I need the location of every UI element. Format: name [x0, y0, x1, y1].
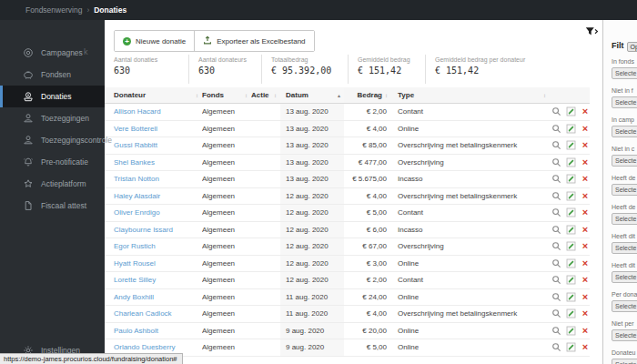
donor-link[interactable]: Oliver Enrdigo [114, 208, 160, 217]
delete-icon[interactable]: × [581, 207, 590, 217]
edit-icon[interactable] [566, 292, 576, 302]
new-donation-button[interactable]: + Nieuwe donatie [115, 31, 194, 51]
delete-icon[interactable]: × [581, 225, 590, 235]
view-icon[interactable] [551, 225, 561, 235]
column-header-donateur[interactable]: Donateur↕ [105, 87, 202, 103]
breadcrumb-root[interactable]: Fondsenwerving [25, 5, 82, 15]
filter-select[interactable]: Selecte [612, 300, 637, 312]
sidebar-item-toezeggingen[interactable]: Toezeggingen [0, 107, 105, 129]
donor-link[interactable]: Egor Rustich [114, 242, 156, 250]
view-icon[interactable] [551, 326, 561, 336]
column-header-type[interactable]: Type↕ [391, 87, 550, 103]
filter-select[interactable]: Selecte [612, 359, 637, 364]
sidebar-item-actieplatform[interactable]: Actieplatform [0, 173, 105, 195]
delete-icon[interactable]: × [581, 241, 590, 251]
view-icon[interactable] [551, 241, 561, 251]
donor-link[interactable]: Hyatt Rousel [114, 259, 156, 268]
delete-icon[interactable]: × [581, 191, 590, 201]
filter-select[interactable]: Selecte [612, 96, 637, 108]
donor-link[interactable]: Shel Bankes [114, 158, 155, 167]
edit-icon[interactable] [566, 106, 576, 116]
edit-icon[interactable] [566, 157, 576, 167]
edit-icon[interactable] [566, 207, 576, 217]
view-icon[interactable] [551, 275, 561, 285]
type-cell: Online [391, 256, 550, 272]
view-icon[interactable] [551, 191, 561, 201]
saved-filters-button[interactable]: Ope [627, 42, 637, 52]
sidebar-item-donaties[interactable]: Donaties [0, 86, 105, 107]
edit-icon[interactable] [566, 326, 576, 336]
edit-icon[interactable] [566, 308, 576, 318]
view-icon[interactable] [551, 308, 561, 318]
filter-collapse-toggle[interactable] [585, 25, 599, 35]
filter-select[interactable]: Selecte [612, 242, 637, 254]
edit-icon[interactable] [566, 342, 576, 352]
delete-icon[interactable]: × [581, 275, 590, 285]
row-actions: × [550, 256, 590, 272]
delete-icon[interactable]: × [581, 258, 590, 268]
filter-field: In fondsSelecte [612, 58, 637, 79]
view-icon[interactable] [551, 292, 561, 302]
action-cell [251, 339, 280, 356]
column-header-bedrag[interactable]: Bedrag↕ [344, 87, 391, 103]
edit-icon[interactable] [566, 124, 576, 134]
view-icon[interactable] [551, 342, 561, 352]
filter-select[interactable]: Selecte [612, 329, 637, 341]
fund-cell: Algemeen [202, 137, 251, 154]
filter-select[interactable]: Selecte [612, 126, 637, 137]
sidebar-item-toezeggingscontrole[interactable]: Toezeggingscontrole [0, 129, 105, 151]
export-excel-button[interactable]: Exporteer als Excelbestand [194, 31, 313, 51]
donor-link[interactable]: Vere Botterell [114, 125, 157, 133]
delete-icon[interactable]: × [581, 174, 590, 184]
edit-icon[interactable] [566, 191, 576, 201]
sidebar-item-pre-notificatie[interactable]: Pre-notificatie [0, 151, 105, 173]
donor-link[interactable]: Charlean Cadlock [114, 309, 172, 318]
view-icon[interactable] [551, 174, 561, 184]
donor-link[interactable]: Haley Alasdair [114, 192, 160, 200]
sidebar-item-fondsen[interactable]: Fondsen [0, 64, 105, 86]
sidebar: k CampagnesFondsenDonatiesToezeggingenTo… [0, 20, 105, 364]
delete-icon[interactable]: × [581, 308, 590, 318]
filter-select[interactable]: Selecte [612, 271, 637, 283]
donor-link[interactable]: Allison Hacard [114, 107, 161, 116]
edit-icon[interactable] [566, 258, 576, 268]
delete-icon[interactable]: × [581, 124, 590, 134]
stat-value: 630 [114, 66, 179, 76]
edit-icon[interactable] [566, 140, 576, 150]
filter-select[interactable]: Selecte [612, 67, 637, 79]
column-header-fonds[interactable]: Fonds↕ [202, 87, 251, 103]
view-icon[interactable] [551, 207, 561, 217]
donor-link[interactable]: Paulo Ashbolt [114, 327, 158, 335]
edit-icon[interactable] [566, 225, 576, 235]
sidebar-item-fiscaal-attest[interactable]: Fiscaal attest [0, 195, 105, 217]
edit-icon[interactable] [566, 174, 576, 184]
delete-icon[interactable]: × [581, 342, 590, 352]
donor-link[interactable]: Gussi Rabbitt [114, 141, 157, 149]
filter-select[interactable]: Selecte [612, 184, 637, 196]
donor-link[interactable]: Andy Boxhill [114, 293, 154, 301]
table-row: Egor RustichAlgemeen12 aug. 2020€ 67,00O… [105, 238, 590, 256]
filter-field-label: Niet per [612, 320, 637, 327]
action-cell [251, 121, 280, 137]
view-icon[interactable] [551, 258, 561, 268]
delete-icon[interactable]: × [581, 140, 590, 150]
view-icon[interactable] [551, 140, 561, 150]
column-header-datum[interactable]: Datum▴ [280, 87, 344, 103]
donor-link[interactable]: Orlando Duesberry [114, 343, 176, 351]
view-icon[interactable] [551, 157, 561, 167]
donor-link[interactable]: Lorette Silley [114, 276, 156, 284]
view-icon[interactable] [551, 106, 561, 116]
filter-select[interactable]: Selecte [612, 155, 637, 167]
donor-link[interactable]: Tristan Notton [114, 175, 159, 183]
delete-icon[interactable]: × [581, 106, 590, 116]
edit-icon[interactable] [566, 241, 576, 251]
filter-select[interactable]: Selecte [612, 213, 637, 225]
delete-icon[interactable]: × [581, 326, 590, 336]
edit-icon[interactable] [566, 275, 576, 285]
donor-link[interactable]: Claybourne Issard [114, 226, 173, 234]
sidebar-item-campagnes[interactable]: Campagnes [0, 42, 105, 64]
delete-icon[interactable]: × [581, 157, 590, 167]
view-icon[interactable] [551, 124, 561, 134]
delete-icon[interactable]: × [581, 292, 590, 302]
column-header-actie[interactable]: Actie↕ [251, 87, 280, 103]
